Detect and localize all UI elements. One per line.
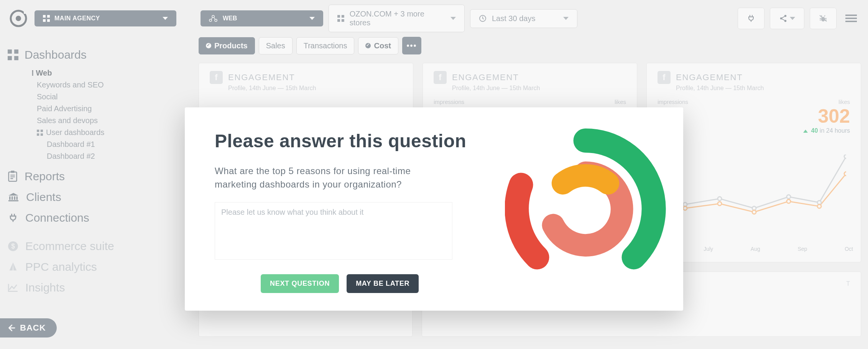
next-question-button[interactable]: NEXT QUESTION [261,274,339,293]
modal-answer-input[interactable] [215,202,452,260]
modal-graphic [488,107,683,311]
survey-modal: Please answer this question What are the… [185,107,683,311]
modal-question: What are the top 5 reasons for using rea… [215,165,437,191]
maybe-later-button[interactable]: MAY BE LATER [347,274,419,293]
donut-chart-icon [505,128,666,290]
modal-title: Please answer this question [215,130,469,151]
modal-overlay: Please answer this question What are the… [0,0,868,349]
